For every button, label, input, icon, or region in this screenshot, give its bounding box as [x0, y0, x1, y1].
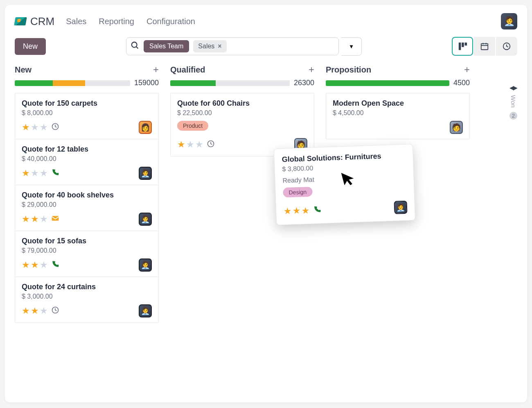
star-icon[interactable]: ★: [293, 206, 301, 217]
card-title: Quote for 12 tables: [22, 145, 152, 154]
search-box[interactable]: Sales Team Sales ×: [126, 37, 339, 55]
brand-title: CRM: [30, 15, 54, 28]
star-icon[interactable]: ★: [177, 139, 185, 150]
card-assignee-avatar[interactable]: 🧑‍💼: [139, 213, 152, 226]
add-card-icon[interactable]: +: [309, 64, 314, 75]
new-button[interactable]: New: [15, 38, 46, 55]
star-icon[interactable]: ★: [195, 139, 203, 150]
star-icon[interactable]: ★: [186, 139, 194, 150]
card-title: Quote for 600 Chairs: [177, 99, 307, 108]
main-nav: Sales Reporting Configuration: [66, 17, 195, 26]
search-dropdown-toggle[interactable]: ▼: [341, 37, 362, 56]
column-total: 159000: [134, 79, 159, 87]
kanban-card[interactable]: Quote for 600 Chairs$ 22,500.00Product★★…: [170, 93, 314, 156]
card-amount: $ 29,000.00: [22, 201, 152, 209]
view-activity[interactable]: [496, 37, 517, 56]
card-assignee-avatar[interactable]: 🧑‍💼: [139, 167, 152, 180]
star-icon[interactable]: ★: [22, 214, 30, 224]
card-title: Quote for 150 carpets: [22, 99, 152, 108]
card-amount: $ 79,000.00: [22, 247, 152, 254]
star-icon[interactable]: ★: [40, 214, 48, 224]
kanban-card[interactable]: Quote for 40 book shelves$ 29,000.00★★★🧑…: [15, 185, 159, 231]
brand-home[interactable]: CRM: [15, 15, 54, 28]
search-chip-facet[interactable]: Sales Team: [144, 40, 189, 52]
star-icon[interactable]: ★: [31, 168, 39, 179]
view-calendar[interactable]: [474, 37, 495, 56]
caret-down-icon: ▼: [349, 43, 354, 50]
star-icon[interactable]: ★: [22, 306, 30, 316]
card-assignee-avatar[interactable]: 🧑‍💼: [139, 258, 152, 272]
kanban-card[interactable]: Quote for 24 curtains$ 3,000.00★★★🧑‍💼: [15, 277, 159, 323]
card-title: Quote for 40 book shelves: [22, 191, 152, 199]
card-priority[interactable]: ★★★: [284, 205, 322, 217]
kanban-card[interactable]: Quote for 12 tables$ 40,000.00★★★🧑‍💼: [15, 139, 159, 185]
toolbar: New Sales Team Sales × ▼: [15, 37, 517, 56]
mail-icon[interactable]: [51, 214, 59, 224]
star-icon[interactable]: ★: [22, 260, 30, 270]
column-title: Qualified: [170, 65, 205, 75]
card-assignee-avatar[interactable]: 🧑‍💼: [394, 201, 407, 214]
star-icon[interactable]: ★: [31, 306, 39, 316]
card-priority[interactable]: ★★★: [22, 168, 59, 179]
view-kanban[interactable]: [452, 37, 473, 56]
svg-rect-4: [465, 43, 467, 45]
star-icon[interactable]: ★: [31, 214, 39, 224]
phone-icon[interactable]: [51, 260, 59, 270]
card-priority[interactable]: ★★★: [22, 122, 59, 133]
clock-icon[interactable]: [51, 306, 59, 316]
phone-icon[interactable]: [51, 168, 59, 179]
nav-sales[interactable]: Sales: [66, 17, 86, 26]
card-amount: $ 3,000.00: [22, 293, 152, 300]
phone-icon[interactable]: [313, 205, 322, 216]
card-amount: $ 8,000.00: [22, 109, 152, 117]
card-tag: Design: [283, 187, 312, 197]
star-icon[interactable]: ★: [284, 206, 292, 217]
kanban-card[interactable]: Modern Open Space$ 4,500.00🧑: [326, 93, 470, 139]
star-icon[interactable]: ★: [22, 122, 30, 133]
nav-reporting[interactable]: Reporting: [99, 17, 134, 26]
collapsed-column-count: 2: [509, 112, 517, 120]
star-icon[interactable]: ★: [31, 122, 39, 133]
star-icon[interactable]: ★: [22, 168, 30, 179]
star-icon[interactable]: ★: [40, 168, 48, 179]
card-priority[interactable]: ★★★: [22, 306, 59, 316]
add-card-icon[interactable]: +: [153, 64, 159, 75]
svg-rect-5: [481, 44, 488, 50]
card-priority[interactable]: ★★★: [22, 214, 59, 224]
card-assignee-avatar[interactable]: 👩: [139, 121, 152, 134]
collapsed-column[interactable]: ◀▶ Won 2: [509, 83, 517, 120]
search-chip-filter[interactable]: Sales ×: [193, 40, 226, 52]
card-title: Quote for 24 curtains: [22, 283, 152, 291]
card-assignee-avatar[interactable]: 🧑: [450, 121, 463, 134]
add-card-icon[interactable]: +: [464, 64, 470, 75]
clock-icon[interactable]: [51, 122, 59, 133]
nav-configuration[interactable]: Configuration: [147, 17, 195, 26]
star-icon[interactable]: ★: [40, 306, 48, 316]
svg-line-1: [136, 46, 138, 48]
card-priority[interactable]: ★★★: [177, 139, 215, 150]
star-icon[interactable]: ★: [31, 260, 39, 270]
kanban-column: New+159000Quote for 150 carpets$ 8,000.0…: [15, 64, 159, 322]
column-progress: [170, 80, 290, 86]
kanban-card[interactable]: Quote for 150 carpets$ 8,000.00★★★👩: [15, 93, 159, 139]
search-chip-filter-label: Sales: [198, 43, 214, 50]
star-icon[interactable]: ★: [40, 122, 48, 133]
card-tag: Product: [177, 121, 208, 131]
star-icon[interactable]: ★: [302, 205, 310, 216]
star-icon[interactable]: ★: [40, 260, 48, 270]
topbar: CRM Sales Reporting Configuration 🧑‍💼: [15, 13, 517, 29]
card-priority[interactable]: ★★★: [22, 260, 59, 270]
card-amount: $ 22,500.00: [177, 109, 307, 117]
remove-filter-icon[interactable]: ×: [218, 43, 221, 50]
svg-rect-3: [462, 43, 464, 47]
kanban-card[interactable]: Quote for 15 sofas$ 79,000.00★★★🧑‍💼: [15, 231, 159, 277]
view-switch: [452, 37, 517, 56]
svg-rect-2: [459, 43, 461, 50]
clock-icon[interactable]: [207, 140, 215, 150]
expand-column-icon[interactable]: ◀▶: [509, 84, 517, 91]
collapsed-column-label: Won: [510, 95, 517, 108]
card-title: Modern Open Space: [333, 99, 463, 108]
user-avatar[interactable]: 🧑‍💼: [501, 13, 517, 29]
card-amount: $ 40,000.00: [22, 155, 152, 163]
card-assignee-avatar[interactable]: 🧑‍💼: [139, 304, 152, 317]
